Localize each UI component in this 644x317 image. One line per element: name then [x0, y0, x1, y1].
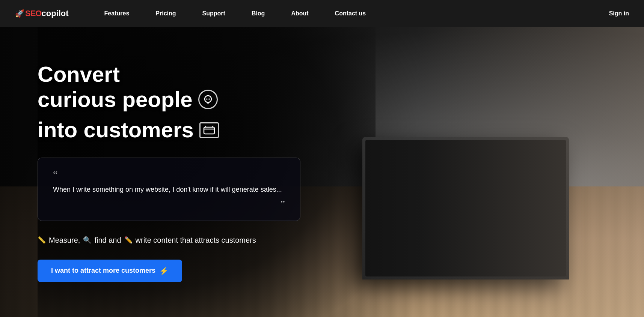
hero-content: Convert curious people into customers	[0, 27, 338, 317]
nav-blog[interactable]: Blog	[238, 0, 278, 27]
logo-seo-text: SEO	[25, 9, 41, 18]
chat-icon	[198, 90, 218, 109]
hero-into-customers: into customers	[38, 117, 194, 143]
quote-close-mark: ”	[53, 199, 285, 209]
cta-button[interactable]: I want to attract more customers ⚡	[38, 260, 182, 282]
nav-about[interactable]: About	[278, 0, 321, 27]
hero-curious-people: curious people	[38, 87, 193, 112]
svg-point-1	[206, 99, 207, 100]
wallet-icon	[199, 122, 219, 138]
svg-point-2	[207, 99, 208, 100]
hero-title: Convert curious people into customers	[38, 62, 300, 143]
svg-point-3	[209, 99, 210, 100]
nav-features[interactable]: Features	[91, 0, 143, 27]
logo-rocket-icon: 🚀	[15, 9, 24, 18]
hero-title-line1: Convert	[38, 62, 300, 87]
cta-label: I want to attract more customers	[51, 267, 155, 275]
write-icon: ✏️	[124, 236, 133, 244]
hero-subheading: 📏 Measure, 🔍 find and ✏️ write content t…	[38, 236, 300, 245]
quote-box: “ When I write something on my website, …	[38, 158, 300, 221]
bolt-icon: ⚡	[159, 266, 169, 275]
hero-section: Convert curious people into customers	[0, 27, 644, 317]
sub-find-label: find and	[94, 236, 121, 245]
sub-write-label: write content that attracts customers	[136, 236, 256, 245]
quote-open-mark: “	[53, 169, 285, 180]
measure-icon: 📏	[38, 236, 46, 244]
nav-links: Features Pricing Support Blog About Cont…	[91, 0, 609, 27]
logo[interactable]: 🚀 SEO copilot	[15, 9, 69, 18]
nav-contact[interactable]: Contact us	[322, 0, 379, 27]
nav-pricing[interactable]: Pricing	[142, 0, 189, 27]
sub-measure-label: Measure,	[49, 236, 80, 245]
find-icon: 🔍	[83, 236, 91, 244]
hero-title-line2: curious people into customers	[38, 87, 300, 143]
sign-in-link[interactable]: Sign in	[609, 10, 629, 17]
quote-text: When I write something on my website, I …	[53, 184, 285, 195]
logo-copilot-text: copilot	[41, 9, 68, 18]
navbar: 🚀 SEO copilot Features Pricing Support B…	[0, 0, 644, 27]
nav-support[interactable]: Support	[189, 0, 238, 27]
svg-rect-4	[204, 127, 214, 134]
